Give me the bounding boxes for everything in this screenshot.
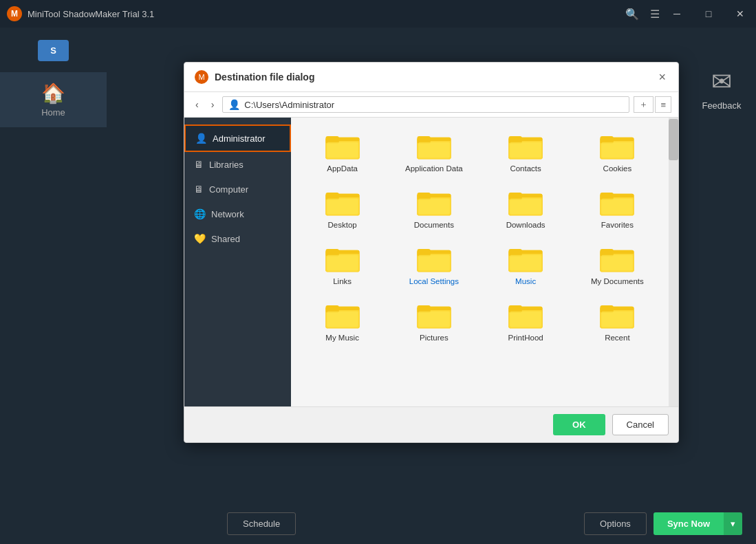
svg-rect-31 xyxy=(418,199,450,215)
svg-text:M: M xyxy=(198,73,204,81)
folder-item[interactable]: Application Data xyxy=(389,124,478,178)
home-icon: 🏠 xyxy=(41,82,65,105)
view-add-button[interactable]: ＋ xyxy=(634,96,654,113)
app-title: MiniTool ShadowMaker Trial 3.1 xyxy=(28,9,154,19)
folder-icon xyxy=(417,301,451,329)
svg-rect-11 xyxy=(418,142,450,158)
dialog-overlay: M Destination file dialog × ‹ › 👤 C:\Use… xyxy=(107,28,756,503)
sidebar-sync-tab[interactable]: S xyxy=(38,40,69,61)
folder-label: PrintHood xyxy=(508,334,543,342)
schedule-button[interactable]: Schedule xyxy=(227,512,296,535)
close-button[interactable]: ✕ xyxy=(724,0,756,28)
folder-label: Local Settings xyxy=(409,277,459,285)
network-icon: 🌐 xyxy=(194,208,206,219)
folder-icon xyxy=(417,188,451,217)
nav-forward-button[interactable]: › xyxy=(207,98,219,111)
folder-item[interactable]: Local Settings xyxy=(389,237,478,291)
folder-icon xyxy=(325,131,360,160)
minimize-button[interactable]: ─ xyxy=(661,0,693,28)
svg-rect-46 xyxy=(327,255,358,271)
folder-item[interactable]: Downloads xyxy=(482,181,570,235)
dialog-footer: OK Cancel xyxy=(184,406,678,442)
title-icons: 🔍 ☰ xyxy=(625,8,660,21)
folder-item[interactable]: Contacts xyxy=(482,124,570,178)
folder-item[interactable]: Pictures xyxy=(389,294,478,347)
svg-rect-21 xyxy=(602,142,634,158)
computer-icon: 🖥 xyxy=(194,184,204,195)
folder-item[interactable]: Favorites xyxy=(573,181,662,235)
menu-icon[interactable]: ☰ xyxy=(650,8,660,21)
folder-label: Cookies xyxy=(603,164,632,173)
shared-icon: 💛 xyxy=(194,233,206,244)
nav-item-administrator[interactable]: 👤 Administrator xyxy=(184,124,291,152)
svg-rect-71 xyxy=(418,312,450,327)
sync-now-wrap: Sync Now ▾ xyxy=(654,512,742,535)
folder-item[interactable]: My Music xyxy=(298,294,387,347)
folder-icon xyxy=(600,188,634,217)
nav-shared-label: Shared xyxy=(211,234,240,244)
dialog-body: 👤 Administrator 🖥 Libraries 🖥 Computer xyxy=(184,118,678,406)
folder-item[interactable]: AppData xyxy=(298,124,387,178)
folder-icon xyxy=(325,301,360,329)
app-body: S 🏠 Home ✉ Feedback M Destination file d… xyxy=(0,28,756,544)
options-button[interactable]: Options xyxy=(584,512,647,535)
nav-administrator-label: Administrator xyxy=(213,133,266,144)
folder-item[interactable]: My Documents xyxy=(573,237,662,291)
folder-icon xyxy=(417,131,451,160)
svg-rect-6 xyxy=(327,142,358,158)
folder-item[interactable]: Desktop xyxy=(298,181,387,235)
folder-label: Pictures xyxy=(420,334,449,342)
maximize-button[interactable]: □ xyxy=(693,0,724,28)
nav-item-shared[interactable]: 💛 Shared xyxy=(184,226,291,251)
nav-item-computer[interactable]: 🖥 Computer xyxy=(184,177,291,202)
svg-rect-56 xyxy=(510,255,541,271)
admin-icon: 👤 xyxy=(195,133,207,144)
svg-rect-76 xyxy=(510,312,541,327)
libraries-icon: 🖥 xyxy=(194,159,204,170)
svg-rect-51 xyxy=(418,255,450,271)
svg-rect-36 xyxy=(510,199,541,215)
sync-now-button[interactable]: Sync Now xyxy=(654,512,724,535)
svg-rect-66 xyxy=(327,312,358,327)
sidebar-item-home[interactable]: 🏠 Home xyxy=(0,72,107,127)
nav-libraries-label: Libraries xyxy=(209,160,244,170)
folder-item[interactable]: Cookies xyxy=(573,124,662,178)
folder-item[interactable]: Documents xyxy=(389,181,478,235)
folder-label: My Music xyxy=(325,334,359,342)
view-list-button[interactable]: ≡ xyxy=(655,96,671,113)
scrollbar-track[interactable] xyxy=(669,118,678,406)
dialog-address-bar: ‹ › 👤 C:\Users\Administrator ＋ ≡ xyxy=(184,92,678,118)
nav-item-network[interactable]: 🌐 Network xyxy=(184,202,291,226)
nav-back-button[interactable]: ‹ xyxy=(191,98,203,111)
folder-label: Application Data xyxy=(405,164,463,173)
folder-icon xyxy=(508,244,543,273)
folder-icon xyxy=(508,301,543,329)
search-icon[interactable]: 🔍 xyxy=(625,8,639,21)
folder-icon xyxy=(600,301,634,329)
address-path: C:\Users\Administrator xyxy=(244,100,334,110)
folder-item[interactable]: PrintHood xyxy=(482,294,570,347)
folder-item[interactable]: Links xyxy=(298,237,387,291)
cancel-button[interactable]: Cancel xyxy=(612,414,669,435)
folder-label: Downloads xyxy=(506,221,546,229)
sidebar: S 🏠 Home xyxy=(0,28,107,544)
folder-item[interactable]: Music xyxy=(482,237,570,291)
folder-label: Documents xyxy=(414,221,454,229)
sync-now-dropdown-button[interactable]: ▾ xyxy=(724,512,742,535)
svg-rect-61 xyxy=(602,255,634,271)
folder-item[interactable]: Recent xyxy=(573,294,662,347)
dialog-title: Destination file dialog xyxy=(215,72,656,83)
folder-icon xyxy=(508,131,543,160)
folder-icon xyxy=(600,244,634,273)
scrollbar-thumb[interactable] xyxy=(669,119,678,160)
app-logo: M xyxy=(7,6,22,21)
folder-label: AppData xyxy=(327,164,358,173)
address-input[interactable]: 👤 C:\Users\Administrator xyxy=(222,96,629,113)
folder-icon xyxy=(325,188,360,217)
bottom-bar: Schedule Options Sync Now ▾ xyxy=(213,503,756,544)
nav-item-libraries[interactable]: 🖥 Libraries xyxy=(184,152,291,177)
ok-button[interactable]: OK xyxy=(553,414,605,435)
dialog-close-button[interactable]: × xyxy=(656,70,669,85)
svg-rect-26 xyxy=(327,199,358,215)
nav-network-label: Network xyxy=(211,209,244,219)
